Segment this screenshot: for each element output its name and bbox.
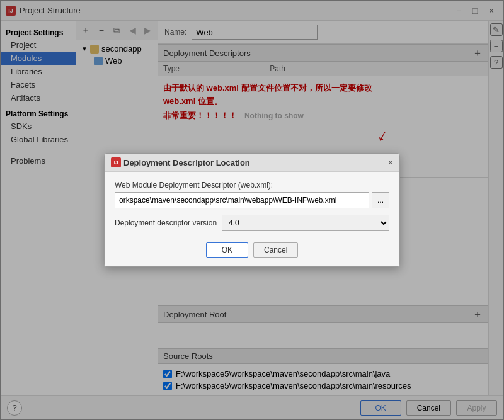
modal-title-bar: IJ Deployment Descriptor Location ×: [105, 154, 399, 172]
modal-body: Web Module Deployment Descriptor (web.xm…: [105, 172, 399, 266]
modal-cancel-button[interactable]: Cancel: [253, 242, 298, 258]
browse-button[interactable]: ...: [372, 192, 389, 208]
version-row: Deployment descriptor version 4.0 3.1 3.…: [115, 215, 389, 231]
modal-ok-button[interactable]: OK: [206, 242, 248, 258]
modal-close-button[interactable]: ×: [388, 157, 393, 167]
deployment-descriptor-modal: IJ Deployment Descriptor Location × Web …: [104, 153, 400, 267]
descriptor-field-label: Web Module Deployment Descriptor (web.xm…: [115, 181, 389, 190]
version-select[interactable]: 4.0 3.1 3.0 2.5: [222, 215, 389, 231]
modal-icon: IJ: [111, 157, 121, 167]
modal-footer: OK Cancel: [115, 240, 389, 258]
descriptor-input[interactable]: [115, 192, 369, 208]
modal-overlay: IJ Deployment Descriptor Location × Web …: [1, 21, 503, 395]
project-structure-window: IJ Project Structure − □ × Project Setti…: [0, 0, 504, 420]
descriptor-row: ...: [115, 192, 389, 208]
modal-title: Deployment Descriptor Location: [123, 158, 388, 167]
version-label: Deployment descriptor version: [115, 219, 217, 227]
main-content: Project Settings Project Modules Librari…: [1, 21, 503, 395]
